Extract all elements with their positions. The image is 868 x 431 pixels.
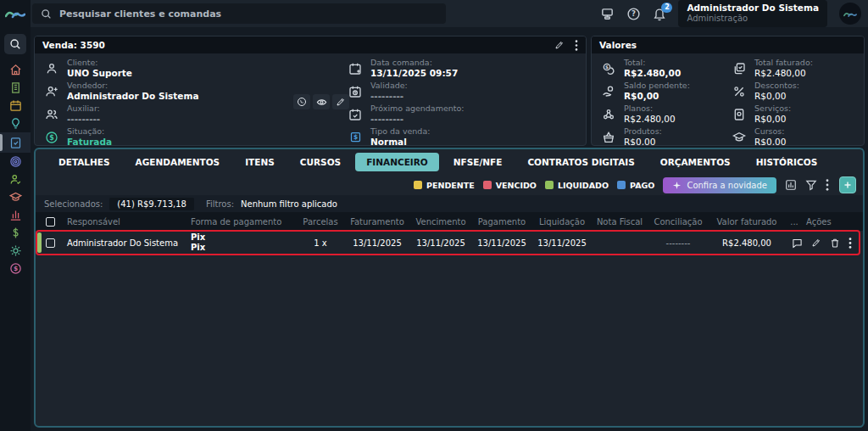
row-status-indicator: [37, 232, 42, 253]
sidebar-item-courses[interactable]: [0, 188, 31, 206]
sidebar-item-finance[interactable]: [0, 224, 31, 242]
gear-icon: [9, 244, 22, 257]
header-conciliacao[interactable]: Conciliação: [648, 217, 709, 227]
sidebar-item-targets[interactable]: [0, 153, 31, 171]
novidade-button[interactable]: Confira a novidade: [663, 177, 776, 193]
valor-saldo-pendente: Saldo pendente: R$0,00: [600, 80, 690, 103]
field-value: 13/11/2025 09:57: [370, 68, 458, 79]
user-role: Administração: [687, 14, 819, 25]
svg-text:?: ?: [632, 9, 637, 18]
header-nota-fiscal[interactable]: Nota Fiscal: [592, 217, 648, 227]
valor-produtos: Produtos: R$0,00: [600, 126, 690, 146]
valores-left-column: $ Total: R$2.480,00 Saldo pendente: R$0,…: [600, 57, 690, 146]
search-icon: [9, 38, 21, 50]
header-pagamento[interactable]: Pagamento: [471, 217, 532, 227]
comment-icon[interactable]: [792, 238, 803, 249]
hub-icon: [600, 108, 617, 121]
cell-valor-faturado: R$2.480,00: [709, 238, 785, 248]
search-icon: [41, 8, 52, 20]
basket-icon: [600, 131, 617, 144]
tab-financeiro[interactable]: FINANCEIRO: [355, 153, 439, 171]
help-icon[interactable]: ?: [626, 7, 641, 21]
liquidado-swatch: [545, 181, 554, 189]
status-legend-bar: PENDENTE VENCIDO LIQUIDADO PAGO Confira …: [36, 175, 863, 195]
view-button[interactable]: [313, 94, 330, 109]
tab-itens[interactable]: ITENS: [234, 153, 286, 171]
tab-detalhes[interactable]: DETALHES: [47, 153, 121, 171]
header-valor-faturado[interactable]: Valor faturado: [709, 217, 785, 227]
field-tipo-venda: $ Tipo da venda: Normal: [347, 126, 465, 146]
legend-label: VENCIDO: [496, 181, 537, 190]
coins-icon: $: [600, 62, 617, 76]
header-vencimento[interactable]: Vencimento: [410, 217, 471, 227]
sidebar-item-schedule[interactable]: [0, 97, 31, 115]
cell-faturamento: 13/11/2025: [344, 238, 410, 248]
header-responsavel[interactable]: Responsável: [64, 217, 188, 227]
plus-icon: [843, 180, 853, 190]
chart-view-icon[interactable]: [785, 179, 797, 191]
sidebar-item-company[interactable]: [0, 79, 31, 97]
field-value: R$2.480,00: [754, 68, 813, 79]
table-row[interactable]: Administrador Do Sistema Pix Pix 1 x 13/…: [36, 231, 863, 255]
whatsapp-button[interactable]: [293, 94, 310, 109]
tab-contratos-digitais[interactable]: CONTRATOS DIGITAIS: [516, 153, 645, 171]
field-label: Saldo pendente:: [624, 81, 690, 91]
tab-bar: DETALHES AGENDAMENTOS ITENS CURSOS FINAN…: [36, 149, 863, 175]
global-search[interactable]: [32, 3, 446, 24]
field-label: Data comanda:: [370, 59, 458, 68]
sidebar-item-search[interactable]: [4, 34, 26, 54]
venda-fields-right: Data comanda: 13/11/2025 09:57 Validade:…: [347, 57, 465, 146]
sale-menu-kebab-icon[interactable]: [575, 40, 578, 51]
sidebar-item-billing-settings[interactable]: [0, 242, 31, 260]
delete-row-icon[interactable]: [830, 238, 840, 249]
add-payment-button[interactable]: [839, 176, 856, 193]
pendente-swatch: [414, 181, 422, 189]
field-value: R$0,00: [754, 137, 786, 146]
search-input[interactable]: [59, 8, 437, 20]
field-label: Cursos:: [754, 127, 786, 137]
header-liquidacao[interactable]: Liquidação: [532, 217, 592, 227]
field-label: Situação:: [67, 127, 112, 137]
header-dots: ...: [785, 217, 804, 227]
more-options-kebab-icon[interactable]: [826, 179, 829, 191]
row-menu-kebab-icon[interactable]: [849, 238, 852, 249]
money-square-icon: $: [347, 131, 364, 143]
venda-panel-header: Venda: 3590: [35, 36, 586, 53]
sidebar-item-reports[interactable]: [0, 206, 31, 224]
sidebar-item-orders[interactable]: [0, 132, 31, 153]
header-parcelas[interactable]: Parcelas: [297, 217, 344, 227]
app-logo: [0, 0, 31, 27]
filter-icon[interactable]: [805, 179, 817, 191]
tab-agendamentos[interactable]: AGENDAMENTOS: [125, 153, 231, 171]
header-forma-pagamento[interactable]: Forma de pagamento: [188, 217, 297, 227]
valor-total: $ Total: R$2.480,00: [600, 57, 690, 80]
field-label: Produtos:: [624, 127, 662, 137]
percent-icon: [731, 85, 748, 98]
field-label: Total faturado:: [754, 59, 813, 68]
select-all-checkbox[interactable]: [46, 217, 55, 227]
sparkle-icon: [672, 181, 682, 190]
tab-cursos[interactable]: CURSOS: [289, 153, 352, 171]
field-validade: Validade: ---------: [347, 80, 465, 103]
notifications-bell-icon[interactable]: 2: [653, 7, 666, 21]
avatar[interactable]: [839, 3, 861, 25]
user-menu[interactable]: Administrador Do Sistema Administração: [678, 0, 827, 27]
print-station-icon[interactable]: [600, 7, 615, 21]
tab-nfse-nfe[interactable]: NFSE/NFE: [442, 153, 514, 171]
valores-panel: Valores $ Total: R$2.480,00 Saldo penden…: [591, 36, 865, 146]
field-label: Vendedor:: [67, 81, 199, 91]
sidebar-item-home[interactable]: [0, 61, 31, 79]
tab-historicos[interactable]: HISTÓRICOS: [745, 153, 829, 171]
header-faturamento[interactable]: Faturamento: [344, 217, 410, 227]
row-checkbox[interactable]: [46, 238, 55, 248]
sidebar-item-payments[interactable]: $: [0, 260, 31, 277]
edit-row-icon[interactable]: [811, 238, 821, 248]
venda-title: Venda: 3590: [42, 40, 554, 50]
legend-pendente: PENDENTE: [414, 181, 475, 190]
sidebar-item-ideas[interactable]: [0, 115, 31, 132]
tab-orcamentos[interactable]: ORÇAMENTOS: [649, 153, 742, 171]
edit-sale-icon[interactable]: [554, 40, 565, 50]
pencil-icon: [336, 97, 346, 107]
selecionados-label: Selecionados:: [44, 199, 103, 209]
sidebar-item-clients[interactable]: [0, 171, 31, 188]
